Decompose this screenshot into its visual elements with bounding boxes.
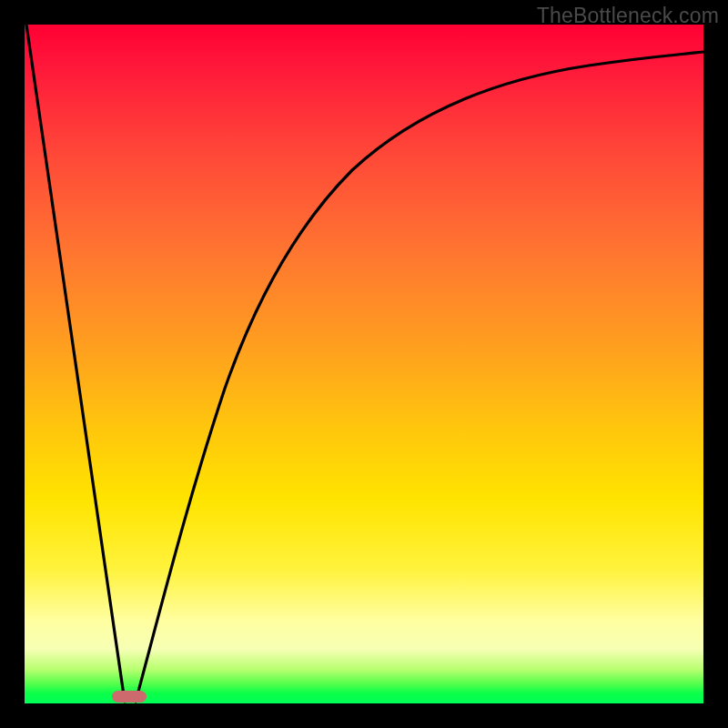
watermark-text: TheBottleneck.com (537, 4, 719, 28)
chart-frame: TheBottleneck.com (0, 0, 728, 728)
curve-layer (25, 25, 703, 703)
right-branch-curve (136, 52, 703, 702)
bottleneck-marker (112, 691, 147, 703)
plot-area (25, 25, 703, 703)
left-branch-curve (26, 25, 125, 702)
